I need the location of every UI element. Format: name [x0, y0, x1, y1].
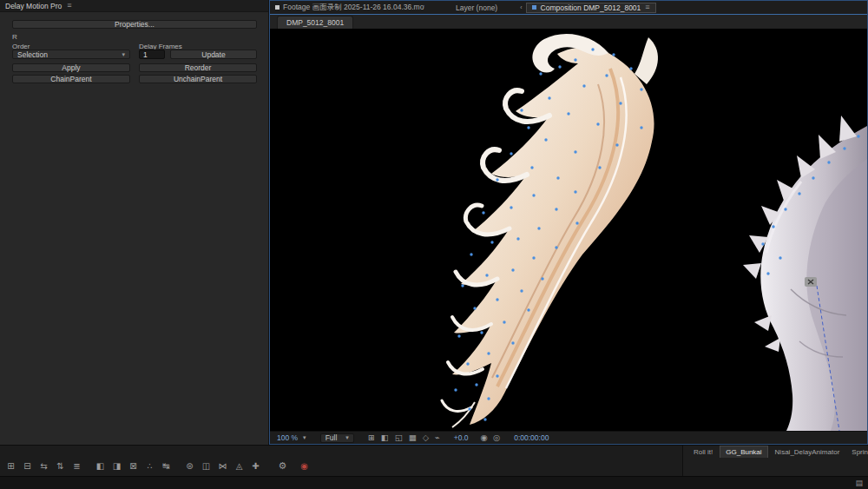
- viewer-panel-menu-icon[interactable]: ≡: [645, 3, 649, 11]
- fast-previews-icon[interactable]: ⌁: [435, 433, 440, 442]
- toolbar-icon-2[interactable]: ⊟: [21, 459, 34, 472]
- chain-parent-button[interactable]: ChainParent: [12, 75, 130, 83]
- composition-strip: DMP_5012_8001: [270, 15, 867, 29]
- app-root: Delay Motion Pro ≡ Properties... R Order…: [0, 0, 868, 489]
- toolbar-icon-9[interactable]: ∴: [143, 459, 156, 472]
- resolution-chevron-down-icon: ▾: [345, 434, 349, 441]
- bottom-area: ⊞ ⊟ ⇆ ⇅ ≣ ◧ ◨ ⊠ ∴ ↹ ⊜ ◫ ⋈ ◬ ✚ ⚙ ◉ Roll i…: [0, 445, 868, 489]
- toolbar-icon-7[interactable]: ◨: [110, 459, 123, 472]
- tab-layer[interactable]: Layer (none): [456, 3, 497, 12]
- exposure-value[interactable]: +0.0: [454, 433, 469, 442]
- chevron-down-icon: ▾: [122, 51, 125, 58]
- toolbar-icon-1[interactable]: ⊞: [4, 459, 17, 472]
- body-artwork: [743, 116, 867, 431]
- toolbar-icon-14[interactable]: ◬: [233, 459, 246, 472]
- order-select-value: Selection: [17, 50, 48, 59]
- composition-target-icon: [532, 5, 536, 10]
- snapshot-icon[interactable]: ◉: [481, 433, 488, 442]
- cursor-badge: [805, 277, 817, 287]
- script-panel-tabs: Roll it! GG_Bunkai Nisai_DelayAnimator S…: [683, 446, 868, 458]
- region-of-interest-icon[interactable]: ◱: [395, 433, 403, 442]
- composition-viewer-panel: Footage 画面录制 2025-11-26 16.04.36.mov Lay…: [269, 0, 868, 445]
- tab-composition[interactable]: Composition DMP_5012_8001 ≡: [526, 3, 656, 13]
- zoom-chevron-down-icon[interactable]: ▾: [303, 434, 306, 441]
- delay-frames-input[interactable]: [139, 50, 165, 59]
- comp-name-tab[interactable]: DMP_5012_8001: [277, 16, 353, 29]
- toolbar-icon-8[interactable]: ⊠: [127, 459, 140, 472]
- composition-canvas[interactable]: [270, 29, 867, 431]
- chevron-left-icon[interactable]: ‹: [520, 4, 522, 10]
- toolbar-icon-11[interactable]: ⊜: [183, 459, 196, 472]
- panel-corner-icon[interactable]: ▤: [855, 479, 863, 487]
- resolution-value: Full: [326, 433, 338, 442]
- update-button[interactable]: Update: [170, 50, 257, 59]
- resolution-select[interactable]: Full ▾: [320, 433, 354, 443]
- apply-button[interactable]: Apply: [12, 63, 130, 72]
- tab-gg-bunkai[interactable]: GG_Bunkai: [720, 446, 767, 458]
- bottom-right-panel: Roll it! GG_Bunkai Nisai_DelayAnimator S…: [683, 446, 868, 476]
- unchain-parent-button[interactable]: UnchainParent: [139, 75, 257, 83]
- bottom-strip: ▤: [0, 476, 868, 489]
- composition-tab-label: Composition DMP_5012_8001: [541, 3, 641, 12]
- delay-motion-pro-panel: Delay Motion Pro ≡ Properties... R Order…: [0, 0, 269, 445]
- tail-artwork: [442, 34, 658, 427]
- show-snapshot-icon[interactable]: ◎: [493, 433, 500, 442]
- script-toolbar: ⊞ ⊟ ⇆ ⇅ ≣ ◧ ◨ ⊠ ∴ ↹ ⊜ ◫ ⋈ ◬ ✚ ⚙ ◉: [4, 459, 311, 472]
- gear-icon[interactable]: ⚙: [276, 459, 289, 472]
- mask-visibility-icon[interactable]: ◧: [381, 433, 389, 442]
- toolbar-icon-10[interactable]: ↹: [160, 459, 173, 472]
- footage-icon: [275, 5, 279, 10]
- panel-menu-icon[interactable]: ≡: [67, 2, 71, 10]
- panel-header: Delay Motion Pro ≡: [0, 0, 268, 12]
- toolbar-icon-3[interactable]: ⇆: [37, 459, 50, 472]
- toolbar-icon-12[interactable]: ◫: [200, 459, 213, 472]
- tab-footage[interactable]: Footage 画面录制 2025-11-26 16.04.36.mov: [275, 3, 424, 13]
- transparency-grid-icon[interactable]: ▦: [409, 433, 417, 442]
- grid-guides-icon[interactable]: ⊞: [368, 433, 375, 442]
- toolbar-icon-13[interactable]: ⋈: [216, 459, 229, 472]
- toolbar-icon-4[interactable]: ⇅: [54, 459, 67, 472]
- panel-title: Delay Motion Pro: [5, 2, 62, 10]
- reorder-button[interactable]: Reorder: [139, 63, 257, 72]
- viewer-tab-bar: Footage 画面录制 2025-11-26 16.04.36.mov Lay…: [270, 1, 867, 15]
- footage-tab-label: Footage 画面录制 2025-11-26 16.04.36.mov: [283, 3, 424, 13]
- tab-nisai-delayanimator[interactable]: Nisai_DelayAnimator: [770, 446, 845, 458]
- order-select[interactable]: Selection ▾: [12, 50, 130, 59]
- zoom-select[interactable]: 100 %: [277, 433, 298, 442]
- r-label: R: [12, 33, 17, 41]
- toolbar-icon-6[interactable]: ◧: [94, 459, 107, 472]
- tab-roll-it[interactable]: Roll it!: [688, 446, 718, 458]
- creature-artwork: [270, 29, 867, 431]
- toolbar-icon-15[interactable]: ✚: [249, 459, 262, 472]
- properties-button[interactable]: Properties...: [12, 20, 257, 29]
- toolbar-icon-5[interactable]: ≣: [70, 459, 83, 472]
- tab-springyfx[interactable]: SpringyFX: [846, 446, 868, 458]
- pixel-aspect-icon[interactable]: ◇: [423, 433, 429, 442]
- viewer-controls-bar: 100 % ▾ Full ▾ ⊞ ◧ ◱ ▦ ◇ ⌁ +0.0 ◉ ◎ 0:00…: [270, 431, 867, 444]
- timecode[interactable]: 0:00:00:00: [514, 433, 549, 442]
- record-icon[interactable]: ◉: [298, 459, 311, 472]
